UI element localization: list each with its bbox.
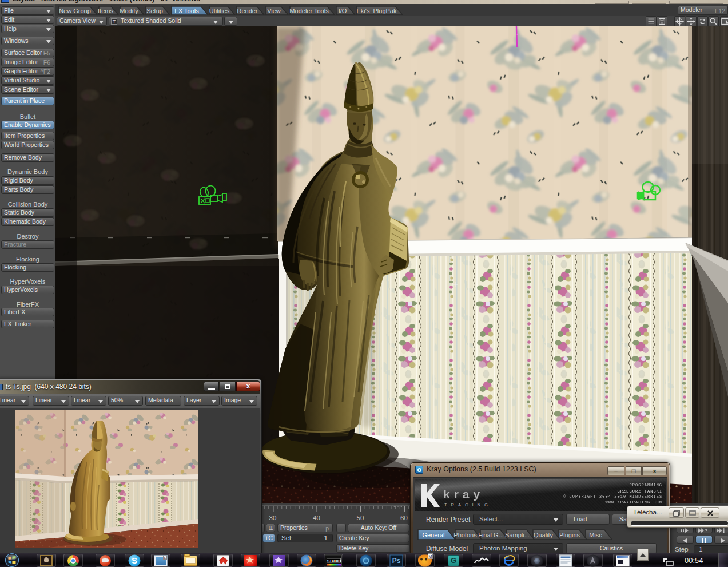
svg-text:I/O: I/O xyxy=(339,7,347,14)
svg-text:Plugins: Plugins xyxy=(559,532,580,538)
svg-text:FX Tools: FX Tools xyxy=(174,7,199,14)
svg-text:60: 60 xyxy=(400,514,408,521)
svg-text:Quality: Quality xyxy=(534,532,554,538)
svg-text:40: 40 xyxy=(313,514,320,521)
svg-text:General: General xyxy=(422,532,444,538)
svg-text:Items: Items xyxy=(98,7,113,14)
svg-text:Misc: Misc xyxy=(589,532,602,538)
svg-text:Final G...: Final G... xyxy=(478,532,504,538)
svg-text:New Group: New Group xyxy=(59,7,91,14)
svg-text:50: 50 xyxy=(357,514,364,521)
svg-text:30: 30 xyxy=(269,514,277,521)
svg-text:kray: kray xyxy=(443,487,484,501)
svg-text:TRACING: TRACING xyxy=(444,502,492,507)
svg-text:Utilities: Utilities xyxy=(209,7,230,14)
svg-text:Modeler Tools: Modeler Tools xyxy=(289,7,329,14)
svg-text:Photons: Photons xyxy=(453,532,477,538)
svg-text:View: View xyxy=(267,7,281,14)
svg-text:Sampli...: Sampli... xyxy=(505,532,530,538)
svg-text:Eki's_PlugPak: Eki's_PlugPak xyxy=(357,7,397,14)
svg-text:Modify: Modify xyxy=(120,7,138,14)
svg-text:Render: Render xyxy=(237,7,257,14)
svg-text:Setup: Setup xyxy=(146,7,163,14)
